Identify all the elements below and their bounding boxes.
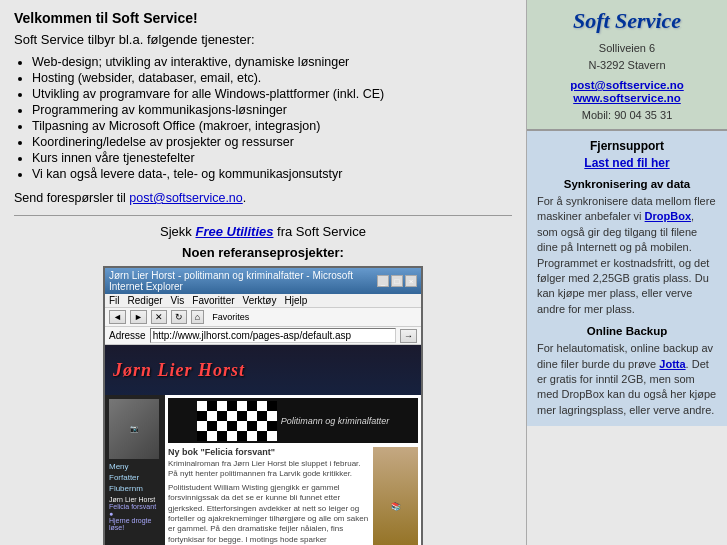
browser-addressbar: Adresse →	[105, 327, 421, 345]
referanse-title: Noen referanseprosjekter:	[14, 245, 512, 260]
nav-flubernm[interactable]: Flubernm	[109, 484, 161, 493]
nav-name: Jørn Lier Horst	[109, 496, 161, 503]
favorites-label: Favorites	[212, 312, 249, 322]
services-list: Web-design; utvikling av interaktive, dy…	[32, 55, 512, 181]
address-line1: Solliveien 6	[537, 40, 717, 57]
browser-titlebar: Jørn Lier Horst - politimann og kriminal…	[105, 268, 421, 294]
browser-maximize-btn[interactable]: □	[391, 275, 403, 287]
nav-meny[interactable]: Meny	[109, 462, 161, 471]
list-item: Utvikling av programvare for alle Window…	[32, 87, 512, 101]
contact-email-link[interactable]: post@softservice.no	[129, 191, 242, 205]
book-text-area: Ny bok "Felicia forsvant" Kriminalroman …	[168, 447, 370, 545]
menu-item-hjelp[interactable]: Hjelp	[284, 295, 307, 306]
list-item: Vi kan også levere data-, tele- og kommu…	[32, 167, 512, 181]
last-ned-link[interactable]: Last ned fil her	[537, 156, 717, 170]
home-button[interactable]: ⌂	[191, 310, 204, 324]
backup-text: For helautomatisk, online backup av dine…	[537, 341, 717, 418]
utilities-section: Sjekk Free Utilities fra Soft Service	[14, 224, 512, 239]
browser-right-photo: 📚	[373, 447, 418, 545]
jotta-link[interactable]: Jotta	[659, 358, 685, 370]
free-utilities-link[interactable]: Free Utilities	[195, 224, 273, 239]
chess-image: Politimann og kriminalfatter	[168, 398, 418, 443]
menu-item-favoritter[interactable]: Favoritter	[192, 295, 234, 306]
mobile-text: Mobil: 90 04 35 31	[537, 109, 717, 121]
nybok-label: Ny bok "Felicia forsvant"	[168, 447, 370, 457]
dropbox-link[interactable]: DropBox	[645, 210, 691, 222]
go-button[interactable]: →	[400, 329, 417, 343]
book-section: Ny bok "Felicia forsvant" Kriminalroman …	[168, 447, 418, 545]
divider	[14, 215, 512, 216]
browser-left-nav: 📷 Meny Forfatter Flubernm Jørn Lier Hors…	[105, 395, 165, 545]
browser-body-text: Politistudent William Wisting gjengikk e…	[168, 483, 370, 545]
nybok-text: Kriminalroman fra Jørn Lier Horst ble sl…	[168, 459, 370, 480]
utilities-title: Sjekk Free Utilities fra Soft Service	[14, 224, 512, 239]
author-photo: 📷	[109, 399, 159, 459]
fjernsupport-section: Fjernsupport Last ned fil her Synkronise…	[527, 130, 727, 426]
stop-button[interactable]: ✕	[151, 310, 167, 324]
address-block: Solliveien 6 N-3292 Stavern	[537, 40, 717, 73]
intro-text: Soft Service tilbyr bl.a. følgende tjene…	[14, 32, 512, 47]
right-top-section: Soft Service Solliveien 6 N-3292 Stavern…	[527, 0, 727, 130]
right-column: Soft Service Solliveien 6 N-3292 Stavern…	[527, 0, 727, 545]
address-line2: N-3292 Stavern	[537, 57, 717, 74]
browser-toolbar: ◄ ► ✕ ↻ ⌂ Favorites	[105, 308, 421, 327]
browser-minimize-btn[interactable]: _	[377, 275, 389, 287]
website-link[interactable]: www.softservice.no	[537, 92, 717, 104]
list-item: Tilpasning av Microsoft Office (makroer,…	[32, 119, 512, 133]
browser-close-btn[interactable]: ×	[405, 275, 417, 287]
list-item: Hosting (websider, databaser, email, etc…	[32, 71, 512, 85]
list-item: Koordinering/ledelse av prosjekter og re…	[32, 135, 512, 149]
welcome-title: Velkommen til Soft Service!	[14, 10, 512, 26]
list-item: Programmering av kommunikasjons-løsninge…	[32, 103, 512, 117]
refresh-button[interactable]: ↻	[171, 310, 187, 324]
nav-forfatter[interactable]: Forfatter	[109, 473, 161, 482]
address-label: Adresse	[109, 330, 146, 341]
logo-text: Soft Service	[573, 8, 681, 33]
menu-item-rediger[interactable]: Rediger	[128, 295, 163, 306]
list-item: Kurs innen våre tjenestefelter	[32, 151, 512, 165]
sync-text: For å synkronisere data mellom flere mas…	[537, 194, 717, 317]
nav-felicia[interactable]: Felicia forsvant ●	[109, 503, 161, 517]
nav-hjerne[interactable]: Hjerne drogte løse!	[109, 517, 161, 531]
browser-site-header-name: Jørn Lier Horst	[113, 360, 245, 381]
browser-main: Politimann og kriminalfatter Ny bok "Fel…	[165, 395, 421, 545]
menu-item-vis[interactable]: Vis	[171, 295, 185, 306]
email-link[interactable]: post@softservice.no	[537, 79, 717, 91]
fjernsupport-title: Fjernsupport	[537, 139, 717, 153]
menu-item-fil[interactable]: Fil	[109, 295, 120, 306]
browser-site-header: Jørn Lier Horst	[105, 345, 421, 395]
chess-grid	[197, 401, 277, 441]
backup-title: Online Backup	[537, 325, 717, 337]
browser-controls: _ □ ×	[377, 275, 417, 287]
browser-menubar: Fil Rediger Vis Favoritter Verktøy Hjelp	[105, 294, 421, 308]
chess-caption: Politimann og kriminalfatter	[281, 416, 390, 426]
menu-item-verktoy[interactable]: Verktøy	[243, 295, 277, 306]
back-button[interactable]: ◄	[109, 310, 126, 324]
forward-button[interactable]: ►	[130, 310, 147, 324]
browser-body: 📷 Meny Forfatter Flubernm Jørn Lier Hors…	[105, 395, 421, 545]
address-input[interactable]	[150, 328, 396, 343]
contact-line: Send forespørsler til post@softservice.n…	[14, 191, 512, 205]
browser-screenshot: Jørn Lier Horst - politimann og kriminal…	[103, 266, 423, 545]
browser-content: Jørn Lier Horst 📷 Meny Forfatter Flubern…	[105, 345, 421, 545]
left-column: Velkommen til Soft Service! Soft Service…	[0, 0, 527, 545]
sync-title: Synkronisering av data	[537, 178, 717, 190]
browser-title: Jørn Lier Horst - politimann og kriminal…	[109, 270, 377, 292]
list-item: Web-design; utvikling av interaktive, dy…	[32, 55, 512, 69]
soft-service-logo: Soft Service	[537, 8, 717, 34]
